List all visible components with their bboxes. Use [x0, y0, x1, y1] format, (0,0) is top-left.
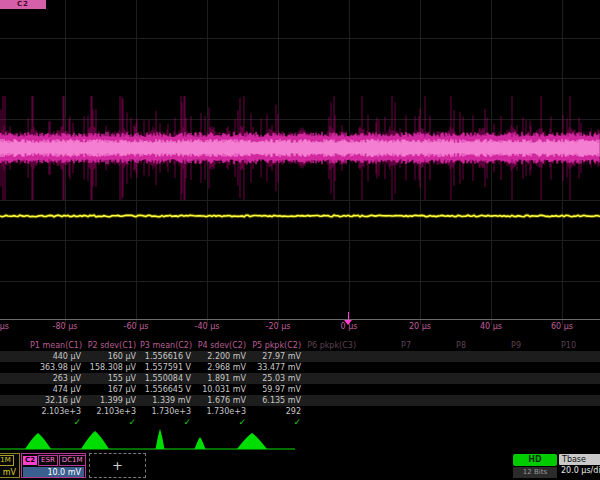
measurement-value: 263 µV [30, 373, 85, 384]
time-axis-label: -80 µs [53, 322, 78, 331]
measurement-value: 440 µV [30, 351, 85, 362]
measurement-value: 2.200 mV [195, 351, 250, 362]
measurement-value: 292 [250, 406, 305, 417]
measurement-value: 1.730e+3 [140, 406, 195, 417]
time-axis-label: -100 µs [0, 322, 9, 331]
c1-coupling-tag: DC1M [0, 455, 14, 466]
parameter-header[interactable]: P2 sdev(C1) [85, 340, 140, 351]
time-axis-labels: -100 µs-80 µs-60 µs-40 µs-20 µs0 µs20 µs… [0, 322, 600, 336]
measurement-value: 32.16 µV [30, 395, 85, 406]
measurement-value: 27.97 mV [250, 351, 305, 362]
histicon-graphics [0, 428, 600, 452]
parameter-header-inactive[interactable]: P9 [470, 340, 525, 351]
measurement-value: 59.97 mV [250, 384, 305, 395]
trigger-position-tick [348, 312, 349, 320]
hd-mode-badge[interactable]: HD [513, 454, 557, 466]
trace-annotation-badge: C2 [0, 0, 46, 9]
time-axis-label: -40 µs [195, 322, 220, 331]
c2-channel-tag: C2 [23, 456, 37, 465]
time-axis-label: 20 µs [409, 322, 431, 331]
time-axis-label: 0 µs [341, 322, 358, 331]
measurement-value: 25.03 mV [250, 373, 305, 384]
measurement-value: 158.308 µV [85, 362, 140, 373]
status-check-icon: ✓ [85, 417, 140, 428]
measurement-value: 155 µV [85, 373, 140, 384]
measurement-value: 1.676 mV [195, 395, 250, 406]
measurement-value: 474 µV [30, 384, 85, 395]
c1-volts-per-div: 10.0 mV [0, 467, 19, 477]
add-trace-button[interactable]: + [89, 453, 146, 478]
c2-coupling-tag: DC1M [59, 455, 86, 466]
parameter-header-inactive[interactable]: P7 [360, 340, 415, 351]
hd-bits-label: 12 Bits [513, 467, 557, 478]
measurement-value: 167 µV [85, 384, 140, 395]
measurement-value: 1.556616 V [140, 351, 195, 362]
status-check-icon: ✓ [195, 417, 250, 428]
parameter-header-inactive[interactable]: P11 [580, 340, 600, 351]
c2-volts-per-div: 10.0 mV [23, 467, 84, 477]
measurement-value: 2.968 mV [195, 362, 250, 373]
descriptor-bar: C1 DC1M 10.0 mV C2 ESR DC1M 10.0 mV + HD… [0, 452, 600, 480]
measurement-value: 160 µV [85, 351, 140, 362]
time-axis-label: 60 µs [551, 322, 573, 331]
measurement-value: 1.339 mV [140, 395, 195, 406]
time-axis-line [0, 319, 600, 320]
measurement-value: 10.031 mV [195, 384, 250, 395]
time-axis-label: -60 µs [124, 322, 149, 331]
parameter-header-inactive[interactable]: P8 [415, 340, 470, 351]
waveform-grid: C2 [0, 0, 600, 325]
c2-esr-tag: ESR [38, 455, 58, 466]
measurement-value: 33.477 mV [250, 362, 305, 373]
parameter-header[interactable]: P5 pkpk(C2) [250, 340, 305, 351]
status-check-icon: ✓ [250, 417, 305, 428]
measurement-value: 1.399 µV [85, 395, 140, 406]
channel-c1-descriptor[interactable]: C1 DC1M 10.0 mV [0, 453, 20, 478]
time-axis-label: 40 µs [480, 322, 502, 331]
waveform-traces [0, 0, 600, 325]
parameter-header[interactable]: P4 sdev(C2) [195, 340, 250, 351]
histicon-strip [0, 428, 600, 452]
time-axis-label: -20 µs [266, 322, 291, 331]
measurement-value: 1.556645 V [140, 384, 195, 395]
parameter-header[interactable]: P3 mean(C2) [140, 340, 195, 351]
measurement-value: 1.557591 V [140, 362, 195, 373]
measurement-value: 2.103e+3 [30, 406, 85, 417]
status-check-icon: ✓ [30, 417, 85, 428]
timebase-label: Tbase [559, 454, 600, 465]
timebase-descriptor[interactable]: Tbase 20.0 µs/div [559, 453, 600, 478]
measurement-table: P1 mean(C1)P2 sdev(C1)P3 mean(C2)P4 sdev… [0, 340, 600, 428]
measurement-value: 1.730e+3 [195, 406, 250, 417]
measurement-value: 1.891 mV [195, 373, 250, 384]
parameter-header-inactive[interactable]: P6 pkpk(C3) [305, 340, 360, 351]
parameter-header[interactable]: P1 mean(C1) [30, 340, 85, 351]
measurement-value: 1.550084 V [140, 373, 195, 384]
timebase-value: 20.0 µs/div [561, 466, 600, 475]
measurement-value: 6.135 mV [250, 395, 305, 406]
parameter-header-inactive[interactable]: P10 [525, 340, 580, 351]
measurement-value: 363.98 µV [30, 362, 85, 373]
measurement-value: 2.103e+3 [85, 406, 140, 417]
status-check-icon: ✓ [140, 417, 195, 428]
channel-c2-descriptor[interactable]: C2 ESR DC1M 10.0 mV [21, 453, 86, 478]
